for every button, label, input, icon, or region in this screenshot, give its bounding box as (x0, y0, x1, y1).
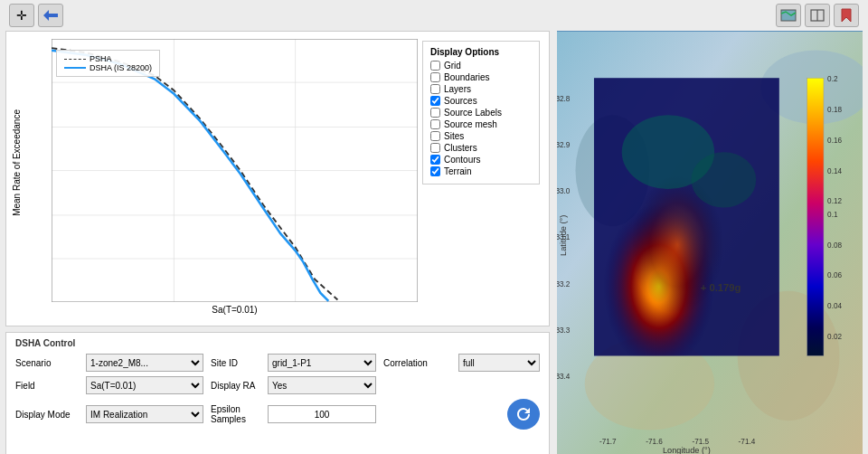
chart-area: Mean Rate of Exceedance (6, 32, 549, 326)
toolbar: ✛ (0, 0, 868, 31)
chart-svg: 10⁰ 10⁻¹ 10⁻² 10⁻³ 10⁻⁴ 10⁻⁵ 10⁻⁶ 10⁻² 1… (52, 39, 418, 302)
contours-label: Contours (444, 155, 481, 165)
bookmark-button[interactable] (834, 4, 859, 27)
display-options-title: Display Options (430, 47, 532, 57)
epsilon-label: Epsilon Samples (211, 404, 260, 424)
sites-checkbox[interactable] (430, 131, 440, 141)
sources-checkbox[interactable] (430, 96, 440, 106)
scenario-label: Scenario (15, 358, 79, 368)
svg-rect-1 (49, 14, 58, 17)
map-svg: + 0.179g Longitude (°) -71.7 -71.6 -71.5… (557, 31, 863, 454)
checkbox-layers: Layers (430, 84, 532, 94)
checkbox-sources: Sources (430, 96, 532, 106)
svg-text:0.14: 0.14 (827, 167, 842, 175)
control-panel-title: DSHA Control (15, 338, 540, 348)
grid-checkbox[interactable] (430, 61, 440, 71)
dsha-control-panel: DSHA Control Scenario 1-zone2_M8... Site… (5, 332, 550, 454)
map-view-button[interactable] (776, 4, 801, 27)
checkbox-boundaries: Boundaries (430, 72, 532, 82)
svg-text:-71.5: -71.5 (692, 438, 709, 446)
epsilon-input[interactable] (268, 405, 376, 423)
svg-point-37 (692, 152, 757, 207)
toolbar-right (776, 4, 859, 27)
svg-text:0.18: 0.18 (827, 106, 842, 114)
clusters-label: Clusters (444, 143, 477, 153)
move-tool-button[interactable]: ✛ (9, 4, 34, 27)
scenario-select[interactable]: 1-zone2_M8... (86, 354, 203, 372)
checkbox-contours: Contours (430, 155, 532, 165)
site-id-label: Site ID (211, 358, 260, 368)
svg-text:0.02: 0.02 (827, 333, 842, 341)
display-options-panel: Display Options Grid Boundaries Layers (422, 41, 540, 184)
chart-container: Mean Rate of Exceedance (5, 31, 550, 326)
svg-text:-71.4: -71.4 (739, 438, 756, 446)
svg-text:+ 0.179g: + 0.179g (701, 282, 741, 293)
svg-rect-52 (807, 78, 824, 355)
main-container: ✛ Mean Rate of E (0, 0, 868, 454)
boundaries-checkbox[interactable] (430, 72, 440, 82)
svg-text:-33.0: -33.0 (557, 187, 571, 195)
svg-text:-32.8: -32.8 (557, 95, 571, 103)
checkbox-grid: Grid (430, 61, 532, 71)
checkbox-terrain: Terrain (430, 166, 532, 176)
layers-label: Layers (444, 84, 471, 94)
svg-text:-33.4: -33.4 (557, 373, 571, 381)
left-panel: Mean Rate of Exceedance (5, 31, 550, 454)
dsha-label: DSHA (IS 28200) (90, 63, 152, 72)
correlation-select[interactable]: full (458, 354, 540, 372)
x-axis-label: Sa(T=0.01) (212, 305, 257, 315)
terrain-checkbox[interactable] (430, 166, 440, 176)
svg-text:0.2: 0.2 (827, 75, 838, 83)
svg-marker-0 (43, 10, 49, 21)
grid-label: Grid (444, 61, 461, 71)
toolbar-left: ✛ (9, 4, 63, 27)
y-axis-label: Mean Rate of Exceedance (12, 109, 22, 216)
svg-text:0.06: 0.06 (827, 271, 842, 279)
psha-line-icon (64, 59, 86, 60)
source-mesh-checkbox[interactable] (430, 119, 440, 129)
site-id-select[interactable]: grid_1-P1 (268, 354, 376, 372)
sites-label: Sites (444, 131, 464, 141)
psha-label: PSHA (90, 54, 112, 63)
svg-text:-71.6: -71.6 (646, 438, 663, 446)
clusters-checkbox[interactable] (430, 143, 440, 153)
layers-checkbox[interactable] (430, 84, 440, 94)
svg-text:0.16: 0.16 (827, 137, 842, 145)
source-labels-label: Source Labels (444, 108, 502, 118)
dsha-line-icon (64, 67, 86, 69)
boundaries-label: Boundaries (444, 72, 490, 82)
field-select[interactable]: Sa(T=0.01) (86, 376, 203, 394)
svg-text:-33.3: -33.3 (557, 326, 571, 335)
refresh-button[interactable] (507, 399, 540, 430)
map-panel: + 0.179g Longitude (°) -71.7 -71.6 -71.5… (557, 31, 863, 454)
display-mode-label: Display Mode (15, 410, 79, 420)
checkbox-source-mesh: Source mesh (430, 119, 532, 129)
content-area: Mean Rate of Exceedance (0, 31, 868, 454)
svg-text:-33.1: -33.1 (557, 233, 571, 241)
svg-text:0.12: 0.12 (827, 198, 842, 206)
svg-text:0.1: 0.1 (827, 211, 838, 219)
back-tool-button[interactable] (38, 4, 63, 27)
checkbox-clusters: Clusters (430, 143, 532, 153)
display-mode-select[interactable]: IM Realization (86, 405, 203, 423)
panel-toggle-button[interactable] (805, 4, 830, 27)
checkbox-sites: Sites (430, 131, 532, 141)
svg-rect-2 (781, 10, 796, 21)
sources-label: Sources (444, 96, 477, 106)
contours-checkbox[interactable] (430, 155, 440, 165)
terrain-label: Terrain (444, 166, 472, 176)
svg-text:-33.2: -33.2 (557, 280, 571, 288)
field-label: Field (15, 381, 79, 391)
source-labels-checkbox[interactable] (430, 108, 440, 118)
display-ra-select[interactable]: Yes (268, 376, 376, 394)
svg-text:-71.7: -71.7 (599, 438, 617, 446)
svg-text:Longitude (°): Longitude (°) (663, 446, 711, 454)
display-ra-label: Display RA (211, 381, 260, 391)
svg-text:0.04: 0.04 (827, 302, 842, 310)
legend-dsha: DSHA (IS 28200) (64, 63, 152, 72)
source-mesh-label: Source mesh (444, 119, 497, 129)
checkbox-source-labels: Source Labels (430, 108, 532, 118)
chart-legend: PSHA DSHA (IS 28200) (56, 50, 160, 77)
svg-text:-32.9: -32.9 (557, 141, 571, 149)
legend-psha: PSHA (64, 54, 152, 63)
